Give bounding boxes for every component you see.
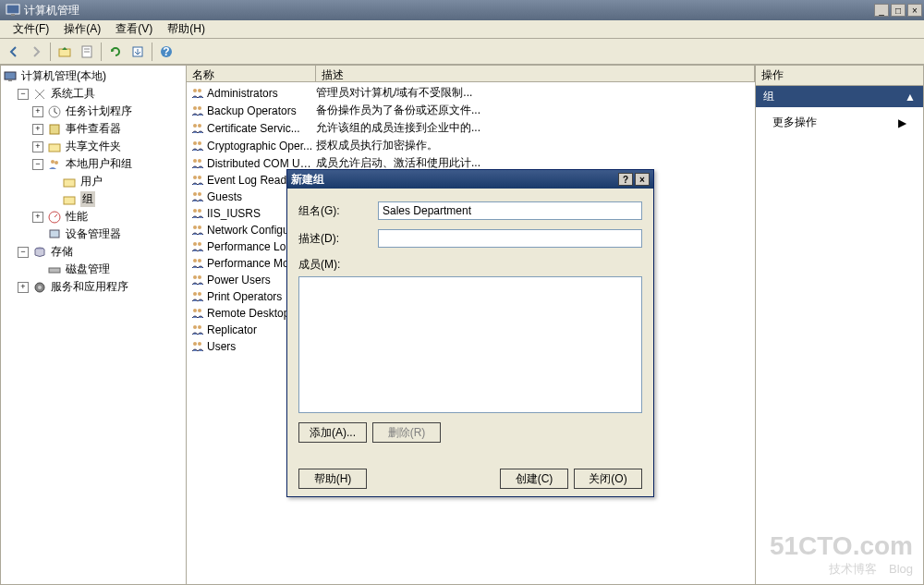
dialog-close-button[interactable]: × [635,173,650,186]
up-button[interactable] [55,42,75,62]
svg-point-32 [193,159,197,163]
collapse-arrow-icon: ▲ [905,91,916,104]
tree-users[interactable]: 用户 [3,173,184,190]
expand-icon[interactable]: + [32,141,43,152]
actions-pane: 操作 组 ▲ 更多操作 ▶ [756,65,924,585]
collapse-icon[interactable]: − [18,89,29,100]
dialog-help-button[interactable]: ? [618,173,633,186]
row-desc: 授权成员执行加密操作。 [316,138,753,153]
svg-point-47 [198,275,201,279]
dialog-help-button-footer[interactable]: 帮助(H) [298,469,367,489]
group-desc-input[interactable] [378,229,642,248]
svg-point-26 [193,106,197,110]
tree-storage[interactable]: − 存储 [3,243,184,261]
forward-button[interactable] [26,42,46,62]
expand-icon[interactable]: + [18,282,29,293]
storage-icon [32,245,47,260]
tree-device-manager[interactable]: 设备管理器 [3,225,184,243]
export-button[interactable] [128,42,148,62]
row-name: Administrators [207,87,316,100]
tree-groups[interactable]: 组 [3,190,184,208]
help-button[interactable]: ? [156,42,176,62]
tree-disk-management[interactable]: 磁盘管理 [3,261,184,278]
group-icon [190,139,205,153]
list-row[interactable]: Cryptographic Oper...授权成员执行加密操作。 [188,137,753,154]
watermark: 51CTO.com 技术博客 Blog [770,531,913,578]
users-icon [47,157,62,172]
tree-services-apps[interactable]: + 服务和应用程序 [3,278,184,296]
toolbar-separator [50,43,51,61]
svg-point-40 [193,225,197,229]
group-icon [190,104,205,118]
list-row[interactable]: Administrators管理员对计算机/域有不受限制... [188,84,753,102]
remove-member-button[interactable]: 删除(R) [372,422,441,443]
properties-button[interactable] [77,42,97,62]
expand-icon[interactable]: + [32,212,43,223]
group-icon [190,323,205,337]
add-member-button[interactable]: 添加(A)... [298,422,367,443]
column-header-name[interactable]: 名称 [187,66,316,81]
tree-task-scheduler[interactable]: + 任务计划程序 [3,103,184,120]
tree-local-users-groups[interactable]: − 本地用户和组 [3,155,184,173]
tree-performance[interactable]: + 性能 [3,208,184,225]
members-listbox[interactable] [298,276,642,413]
group-name-input[interactable] [378,201,642,220]
svg-point-55 [198,342,201,346]
group-desc-label: 描述(D): [298,231,378,247]
clock-icon [47,104,62,119]
create-button[interactable]: 创建(C) [500,469,568,489]
tree-system-tools[interactable]: − 系统工具 [3,85,184,103]
svg-point-39 [198,209,201,213]
maximize-button[interactable]: □ [891,4,906,17]
back-button[interactable] [4,42,24,62]
dialog-titlebar[interactable]: 新建组 ? × [287,170,653,189]
toolbar: ? [0,39,924,65]
tree-pane[interactable]: 计算机管理(本地) − 系统工具 + 任务计划程序 + 事件查看器 + 共享文件… [0,65,187,585]
row-name: Cryptographic Oper... [207,140,316,152]
svg-point-24 [193,89,197,92]
svg-point-54 [193,342,197,346]
folder-icon [62,192,77,207]
collapse-icon[interactable]: − [32,159,43,170]
refresh-button[interactable] [105,42,126,62]
actions-more-actions[interactable]: 更多操作 ▶ [756,107,923,138]
menu-help[interactable]: 帮助(H) [160,19,213,39]
expand-icon[interactable]: + [32,124,43,135]
group-icon [190,206,205,221]
svg-rect-12 [50,125,59,134]
row-desc: 允许该组的成员连接到企业中的... [316,120,753,136]
actions-group-header[interactable]: 组 ▲ [756,86,923,107]
minimize-button[interactable]: _ [874,4,889,17]
group-icon [190,189,205,204]
svg-point-43 [198,242,201,246]
performance-icon [47,210,62,225]
group-icon [190,289,205,304]
tree-event-viewer[interactable]: + 事件查看器 [3,120,184,138]
menu-action[interactable]: 操作(A) [56,19,108,39]
menu-view[interactable]: 查看(V) [108,19,160,39]
row-desc: 管理员对计算机/域有不受限制... [316,85,753,101]
svg-point-27 [198,106,201,110]
tree-shared-folders[interactable]: + 共享文件夹 [3,138,184,155]
tree-root[interactable]: 计算机管理(本地) [3,67,184,85]
menu-file[interactable]: 文件(F) [6,19,56,39]
svg-point-50 [193,309,197,312]
row-desc: 备份操作员为了备份或还原文件... [316,103,753,118]
window-title: 计算机管理 [24,3,79,18]
computer-icon [3,69,18,84]
list-row[interactable]: Backup Operators备份操作员为了备份或还原文件... [188,102,753,119]
group-icon [190,273,205,287]
collapse-icon[interactable]: − [18,247,29,258]
close-dialog-button[interactable]: 关闭(O) [574,469,642,489]
close-button[interactable]: × [907,4,922,17]
column-header-desc[interactable]: 描述 [316,66,755,81]
svg-point-36 [193,192,197,196]
svg-rect-17 [64,197,75,204]
svg-point-51 [198,309,201,312]
svg-point-53 [198,325,201,329]
app-icon [6,3,20,18]
expand-icon[interactable]: + [32,106,43,117]
list-row[interactable]: Certificate Servic...允许该组的成员连接到企业中的... [188,119,753,137]
svg-point-35 [198,176,201,179]
event-icon [47,122,62,137]
